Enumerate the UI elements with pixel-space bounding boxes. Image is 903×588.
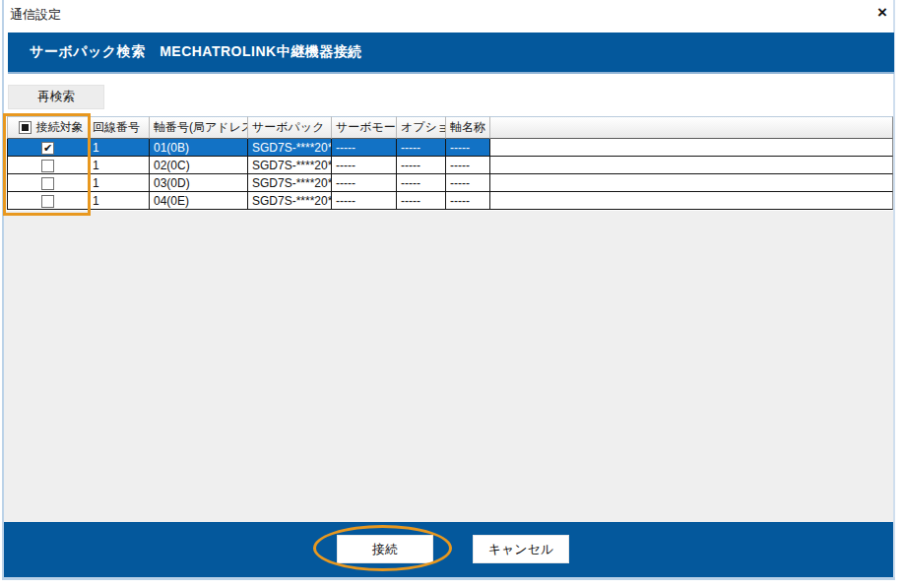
- axis-name-cell: -----: [446, 174, 490, 192]
- filler-cell: [490, 174, 893, 192]
- column-header-label: 接続対象: [36, 119, 84, 136]
- connect-target-cell: [7, 192, 89, 210]
- axis-no-cell: 04(0E): [150, 192, 248, 210]
- axis-no-cell: 01(0B): [150, 139, 248, 157]
- axis-no-cell: 03(0D): [150, 174, 248, 192]
- dialog-header: サーボパック検索 MECHATROLINK中継機器接続: [8, 33, 894, 74]
- window-border-right: [893, 0, 895, 578]
- row-checkbox[interactable]: [41, 177, 54, 190]
- column-header-filler: [490, 116, 893, 139]
- servomotor-cell: -----: [332, 157, 397, 174]
- window-border-bottom: [2, 577, 895, 580]
- research-button[interactable]: 再検索: [8, 85, 104, 109]
- footer-bar: [4, 522, 893, 577]
- servomotor-cell: -----: [332, 192, 397, 210]
- servomotor-cell: -----: [332, 139, 397, 157]
- axis-name-cell: -----: [446, 157, 490, 174]
- table-header-row: 接続対象 回線番号 軸番号(局アドレス) サーボパック サーボモータ オプション…: [7, 116, 893, 139]
- line-no-cell: 1: [89, 174, 150, 192]
- close-icon: ×: [877, 3, 887, 22]
- axis-name-cell: -----: [446, 139, 490, 157]
- servopack-cell: SGD7S-****20*: [248, 192, 332, 210]
- column-header-servomotor: サーボモータ: [332, 116, 397, 139]
- column-header-axis-no: 軸番号(局アドレス): [150, 116, 248, 139]
- connect-button[interactable]: 接続: [337, 535, 433, 563]
- column-header-connect-target: 接続対象: [7, 116, 89, 139]
- option-cell: -----: [397, 139, 446, 157]
- line-no-cell: 1: [89, 139, 150, 157]
- line-no-cell: 1: [89, 157, 150, 174]
- select-all-checkbox-mark: [22, 124, 29, 131]
- connect-target-cell: [7, 174, 89, 192]
- servopack-cell: SGD7S-****20*: [248, 174, 332, 192]
- row-checkbox[interactable]: [41, 195, 54, 208]
- option-cell: -----: [397, 192, 446, 210]
- servomotor-cell: -----: [332, 174, 397, 192]
- connect-target-cell: ✔: [7, 139, 89, 157]
- connect-target-cell: [7, 157, 89, 174]
- table-row[interactable]: 1 02(0C) SGD7S-****20* ----- ----- -----: [7, 157, 893, 174]
- close-button[interactable]: ×: [871, 2, 894, 24]
- axis-no-cell: 02(0C): [150, 157, 248, 174]
- servopack-cell: SGD7S-****20*: [248, 139, 332, 157]
- filler-cell: [490, 192, 893, 210]
- column-header-line-no: 回線番号: [89, 116, 150, 139]
- table-row[interactable]: 1 03(0D) SGD7S-****20* ----- ----- -----: [7, 174, 893, 192]
- table-row[interactable]: 1 04(0E) SGD7S-****20* ----- ----- -----: [7, 192, 893, 210]
- column-header-option: オプション: [397, 116, 446, 139]
- device-table: 接続対象 回線番号 軸番号(局アドレス) サーボパック サーボモータ オプション…: [7, 116, 893, 210]
- option-cell: -----: [397, 157, 446, 174]
- dialog-header-title: サーボパック検索 MECHATROLINK中継機器接続: [8, 43, 362, 61]
- client-panel: [4, 211, 893, 522]
- filler-cell: [490, 139, 893, 157]
- servopack-cell: SGD7S-****20*: [248, 157, 332, 174]
- column-header-axis-name: 軸名称: [446, 116, 490, 139]
- row-checkbox[interactable]: ✔: [41, 142, 54, 155]
- line-no-cell: 1: [89, 192, 150, 210]
- table-row[interactable]: ✔ 1 01(0B) SGD7S-****20* ----- ----- ---…: [7, 139, 893, 157]
- axis-name-cell: -----: [446, 192, 490, 210]
- filler-cell: [490, 157, 893, 174]
- column-header-servopack: サーボパック: [248, 116, 332, 139]
- cancel-button[interactable]: キャンセル: [473, 535, 569, 563]
- select-all-checkbox-icon[interactable]: [19, 121, 32, 134]
- option-cell: -----: [397, 174, 446, 192]
- row-checkbox[interactable]: [41, 160, 54, 172]
- window-title: 通信設定: [10, 6, 61, 24]
